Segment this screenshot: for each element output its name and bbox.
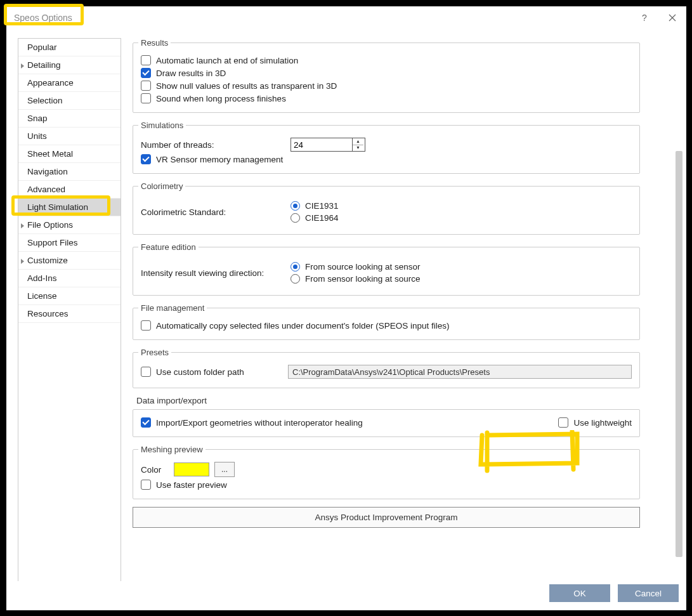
checkbox-auto-copy[interactable] <box>141 320 151 331</box>
color-swatch[interactable] <box>174 462 209 476</box>
threads-down-icon[interactable]: ▼ <box>353 145 363 152</box>
label-sound: Sound when long process finishes <box>156 94 286 103</box>
group-simulations: Simulations Number of threads: ▲ ▼ VR Se… <box>133 121 640 174</box>
dialog-footer: OK Cancel <box>6 581 686 610</box>
group-results-legend: Results <box>138 38 171 48</box>
sidebar-item-support-files[interactable]: Support Files <box>18 234 121 252</box>
radio-from-sensor[interactable] <box>291 274 300 284</box>
label-cie1931: CIE1931 <box>305 201 339 211</box>
threads-up-icon[interactable]: ▲ <box>353 138 363 145</box>
label-auto-copy: Automatically copy selected files under … <box>156 321 450 331</box>
group-data-io: Import/Export geometries without interop… <box>133 409 640 437</box>
group-feature-legend: Feature edition <box>138 242 199 252</box>
heading-data-io: Data import/export <box>136 396 640 405</box>
titlebar: Speos Options ? <box>6 6 686 29</box>
close-icon <box>669 14 676 22</box>
checkbox-vr-sensor[interactable] <box>141 154 151 164</box>
main-panel: Results Automatic launch at end of simul… <box>133 38 686 581</box>
sidebar-item-units[interactable]: Units <box>18 128 121 145</box>
scrollbar[interactable] <box>676 151 682 557</box>
close-button[interactable] <box>658 6 686 29</box>
sidebar-item-navigation[interactable]: Navigation <box>18 163 121 181</box>
sidebar-item-selection[interactable]: Selection <box>18 92 121 110</box>
sidebar-item-appearance[interactable]: Appearance <box>18 74 121 92</box>
label-import-export: Import/Export geometries without interop… <box>156 418 363 428</box>
checkbox-use-lightweight[interactable] <box>558 417 568 428</box>
threads-input[interactable] <box>291 138 352 151</box>
label-faster-preview: Use faster preview <box>156 480 227 490</box>
radio-cie1964[interactable] <box>291 213 300 223</box>
label-vr-sensor: VR Sensor memory management <box>156 155 283 164</box>
sidebar-item-snap[interactable]: Snap <box>18 110 121 128</box>
radio-from-source[interactable] <box>291 262 300 272</box>
product-improvement-button[interactable]: Ansys Product Improvement Program <box>133 507 640 528</box>
label-use-lightweight: Use lightweight <box>573 418 632 428</box>
checkbox-faster-preview[interactable] <box>141 480 151 490</box>
label-intensity-dir: Intensity result viewing direction: <box>141 268 285 278</box>
presets-path-field[interactable] <box>288 365 632 379</box>
threads-spinner[interactable]: ▲ ▼ <box>291 138 365 152</box>
sidebar-item-resources[interactable]: Resources <box>18 305 121 323</box>
group-feature-edition: Feature edition Intensity result viewing… <box>133 242 640 296</box>
group-filemgmt-legend: File management <box>138 303 207 313</box>
checkbox-draw-3d[interactable] <box>141 68 151 78</box>
label-draw-3d: Draw results in 3D <box>156 69 226 78</box>
label-auto-launch: Automatic launch at end of simulation <box>156 56 298 65</box>
sidebar: PopularDetailingAppearanceSelectionSnapU… <box>18 38 121 581</box>
group-simulations-legend: Simulations <box>138 121 186 130</box>
sidebar-item-advanced[interactable]: Advanced <box>18 181 121 199</box>
color-browse-button[interactable]: ... <box>214 462 235 477</box>
group-results: Results Automatic launch at end of simul… <box>133 38 640 113</box>
sidebar-item-customize[interactable]: Customize <box>18 252 121 270</box>
help-button[interactable]: ? <box>630 6 658 29</box>
sidebar-item-popular[interactable]: Popular <box>18 39 121 56</box>
label-threads: Number of threads: <box>141 140 285 150</box>
checkbox-auto-launch[interactable] <box>141 55 151 65</box>
sidebar-item-license[interactable]: License <box>18 287 121 305</box>
group-meshing-legend: Meshing preview <box>138 445 206 454</box>
label-null-transparent: Show null values of results as transpare… <box>156 81 337 91</box>
checkbox-import-export[interactable] <box>141 417 151 428</box>
sidebar-item-sheet-metal[interactable]: Sheet Metal <box>18 145 121 163</box>
sidebar-item-file-options[interactable]: File Options <box>18 216 121 234</box>
sidebar-item-light-simulation[interactable]: Light Simulation <box>18 199 121 216</box>
group-colorimetry-legend: Colorimetry <box>138 181 185 191</box>
group-presets: Presets Use custom folder path <box>133 348 640 388</box>
group-meshing: Meshing preview Color ... Use faster pre… <box>133 445 640 499</box>
label-colorimetric-std: Colorimetric Standard: <box>141 207 285 217</box>
sidebar-item-add-ins[interactable]: Add-Ins <box>18 270 121 287</box>
ok-button[interactable]: OK <box>549 584 610 602</box>
ellipsis-icon: ... <box>221 465 228 474</box>
radio-cie1931[interactable] <box>291 201 300 211</box>
window-title: Speos Options <box>14 13 72 23</box>
checkbox-null-transparent[interactable] <box>141 81 151 91</box>
checkbox-sound[interactable] <box>141 93 151 103</box>
sidebar-item-detailing[interactable]: Detailing <box>18 56 121 74</box>
cancel-button[interactable]: Cancel <box>618 584 679 602</box>
group-presets-legend: Presets <box>138 348 171 357</box>
checkbox-custom-path[interactable] <box>141 367 151 377</box>
label-color: Color <box>141 465 169 475</box>
label-custom-path: Use custom folder path <box>156 367 283 377</box>
label-from-source: From source looking at sensor <box>305 262 421 272</box>
group-file-management: File management Automatically copy selec… <box>133 303 640 340</box>
label-cie1964: CIE1964 <box>305 213 339 223</box>
group-colorimetry: Colorimetry Colorimetric Standard: CIE19… <box>133 181 640 235</box>
label-from-sensor: From sensor looking at source <box>305 274 421 284</box>
